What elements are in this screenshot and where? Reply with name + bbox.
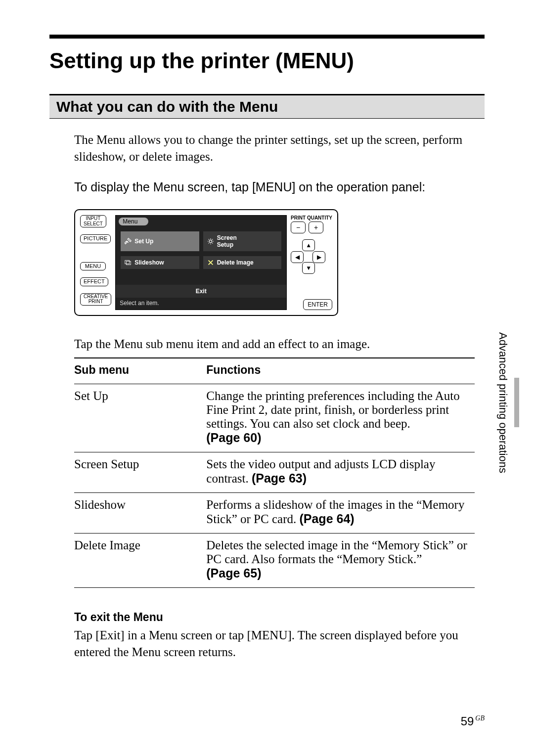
operation-panel: INPUT SELECT PICTURE MENU EFFECT CREATIV… (74, 209, 338, 316)
instruction-text: To display the Menu screen, tap [MENU] o… (74, 179, 475, 196)
creative-print-button[interactable]: CREATIVE PRINT (80, 293, 111, 306)
page-ref: (Page 64) (299, 512, 354, 526)
picture-button[interactable]: PICTURE (80, 234, 111, 243)
cell-function: Change the printing preferences includin… (206, 384, 475, 452)
status-text: Select an item. (116, 298, 286, 310)
effect-button[interactable]: EFFECT (80, 277, 108, 286)
plus-button[interactable]: + (309, 222, 323, 233)
dpad-down[interactable]: ▼ (302, 262, 315, 274)
cell-function: Deletes the selected image in the “Memor… (206, 534, 475, 588)
cell-submenu: Screen Setup (74, 452, 206, 493)
page-title: Setting up the printer (MENU) (49, 48, 485, 73)
cell-function: Sets the video output and adjusts LCD di… (206, 452, 475, 493)
page-ref: (Page 65) (206, 566, 261, 580)
menu-button[interactable]: MENU (80, 262, 106, 271)
table-header-functions: Functions (206, 358, 475, 384)
cell-submenu: Delete Image (74, 534, 206, 588)
cell-submenu: Set Up (74, 384, 206, 452)
menu-grid: Set Up Screen Setup Slideshow (116, 227, 286, 273)
lcd-screen: Menu Set Up Screen Setup (115, 215, 287, 310)
side-tab: Advanced printing operations (496, 332, 519, 473)
side-tab-bar (514, 378, 519, 427)
exit-heading: To exit the Menu (74, 611, 475, 624)
tools-icon (125, 238, 132, 245)
intro-text: The Menu allows you to change the printe… (74, 132, 475, 165)
menu-tile-label: Delete Image (217, 259, 254, 266)
page-ref: (Page 63) (252, 471, 307, 485)
cell-function: Performs a slideshow of the images in th… (206, 493, 475, 534)
after-panel-text: Tap the Menu sub menu item and add an ef… (74, 336, 475, 353)
menu-tile-label: Screen Setup (217, 234, 237, 248)
print-quantity-label: PRINT QUANTITY (291, 215, 332, 221)
minus-button[interactable]: − (291, 222, 306, 233)
menu-tile-setup[interactable]: Set Up (121, 231, 199, 251)
table-header-submenu: Sub menu (74, 358, 206, 384)
dpad-left[interactable]: ◀ (291, 251, 304, 263)
page-ref: (Page 60) (206, 431, 261, 445)
left-button-column: INPUT SELECT PICTURE MENU EFFECT CREATIV… (80, 215, 111, 310)
menu-tile-label: Slideshow (134, 259, 164, 266)
dpad-up[interactable]: ▲ (302, 239, 315, 251)
table-row: Delete Image Deletes the selected image … (74, 534, 475, 588)
menu-tile-screen-setup[interactable]: Screen Setup (203, 231, 281, 251)
svg-point-0 (209, 240, 212, 243)
cell-submenu: Slideshow (74, 493, 206, 534)
enter-button[interactable]: ENTER (303, 299, 332, 310)
dpad-right[interactable]: ▶ (312, 251, 325, 263)
menu-tile-label: Set Up (134, 238, 153, 245)
x-icon (207, 259, 214, 266)
side-tab-label: Advanced printing operations (496, 332, 509, 473)
svg-rect-1 (125, 261, 130, 264)
input-select-button[interactable]: INPUT SELECT (80, 215, 106, 227)
sun-icon (207, 238, 214, 245)
table-row: Screen Setup Sets the video output and a… (74, 452, 475, 493)
svg-rect-2 (127, 262, 131, 265)
screen-header-pill: Menu (119, 218, 148, 225)
exit-text: Tap [Exit] in a Menu screen or tap [MENU… (74, 627, 475, 661)
submenu-table: Sub menu Functions Set Up Change the pri… (74, 357, 475, 588)
exit-button[interactable]: Exit (116, 285, 286, 298)
section-heading: What you can do with the Menu (49, 94, 485, 119)
dpad: ▲ ▼ ◀ ▶ (291, 239, 325, 274)
page-number: 59GB (461, 714, 485, 728)
menu-tile-slideshow[interactable]: Slideshow (121, 256, 199, 269)
table-row: Set Up Change the printing preferences i… (74, 384, 475, 452)
menu-tile-delete[interactable]: Delete Image (203, 256, 281, 269)
slideshow-icon (125, 259, 132, 266)
table-row: Slideshow Performs a slideshow of the im… (74, 493, 475, 534)
